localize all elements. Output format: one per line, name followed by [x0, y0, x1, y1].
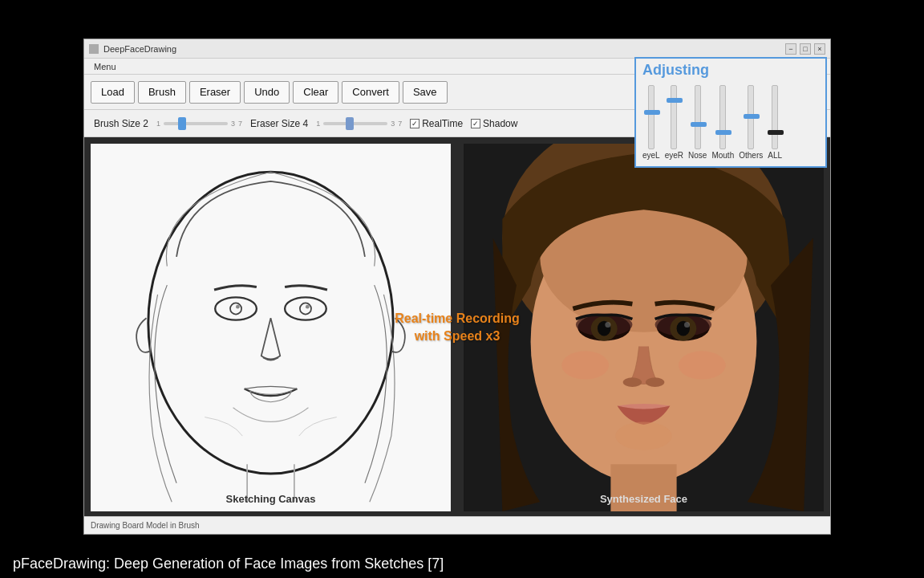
adj-label-mouth: Mouth [711, 151, 734, 160]
status-text: Drawing Board Model in Brush [91, 521, 200, 530]
load-button[interactable]: Load [91, 81, 135, 104]
eraser-button[interactable]: Eraser [189, 81, 241, 104]
synthesized-face-label: Synthesized Face [600, 493, 687, 505]
adj-track-mouth[interactable] [719, 85, 726, 149]
save-button[interactable]: Save [403, 81, 448, 104]
brush-slider-track[interactable] [164, 122, 228, 125]
menu-item-menu[interactable]: Menu [91, 62, 120, 71]
svg-rect-0 [91, 144, 449, 511]
adj-label-eyeL: eyeL [642, 151, 660, 160]
adj-slider-all: ALL [768, 85, 782, 160]
maximize-button[interactable]: □ [800, 43, 811, 55]
minimize-button[interactable]: − [785, 43, 796, 55]
brush-tick3: 7 [238, 120, 242, 128]
undo-button[interactable]: Undo [244, 81, 290, 104]
sketching-canvas[interactable]: Sketching Canvas [91, 144, 451, 511]
main-area: Sketching Canvas Real-time Recording wit… [84, 137, 830, 518]
realtime-checkbox[interactable]: ✓ [410, 119, 419, 128]
adj-thumb-eyeR[interactable] [667, 98, 683, 103]
clear-button[interactable]: Clear [293, 81, 338, 104]
close-button[interactable]: × [814, 43, 825, 55]
eraser-tick2: 3 [391, 120, 395, 128]
app-window: DeepFaceDrawing − □ × Menu Load Brush Er… [83, 39, 831, 535]
realtime-checkbox-container[interactable]: ✓ RealTime [410, 118, 463, 129]
adj-label-all: ALL [768, 151, 782, 160]
bottom-caption: pFaceDrawing: Deep Generation of Face Im… [0, 549, 924, 578]
adjusting-title: Adjusting [636, 59, 825, 82]
eraser-tick3: 7 [398, 120, 402, 128]
shadow-checkbox-container[interactable]: ✓ Shadow [471, 118, 517, 129]
svg-point-25 [561, 351, 609, 379]
svg-point-26 [679, 351, 726, 379]
shadow-label: Shadow [483, 118, 517, 129]
svg-point-22 [684, 322, 690, 328]
face-svg [464, 144, 824, 511]
eraser-size-slider[interactable]: 1 3 7 [316, 120, 402, 128]
svg-point-4 [236, 305, 240, 309]
title-bar: DeepFaceDrawing − □ × [84, 39, 830, 59]
sketch-svg [91, 144, 451, 511]
adj-track-all[interactable] [772, 85, 778, 149]
adj-slider-mouth: Mouth [711, 85, 734, 160]
synthesized-face-canvas[interactable]: Synthesized Face [464, 144, 824, 511]
adj-slider-eyeL: eyeL [642, 85, 660, 160]
adj-slider-eyeR: eyeR [665, 85, 683, 160]
eraser-slider-thumb[interactable] [346, 117, 354, 130]
adj-thumb-mouth[interactable] [715, 130, 732, 135]
svg-point-21 [605, 322, 610, 328]
brush-slider-thumb[interactable] [178, 117, 186, 130]
sketching-canvas-label: Sketching Canvas [226, 493, 316, 505]
convert-button[interactable]: Convert [342, 81, 399, 104]
adj-thumb-eyeL[interactable] [644, 110, 660, 115]
adj-thumb-all[interactable] [768, 130, 784, 135]
adj-label-nose: Nose [688, 151, 707, 160]
svg-point-23 [623, 377, 642, 387]
adj-track-nose[interactable] [695, 85, 701, 149]
status-bar: Drawing Board Model in Brush [84, 516, 830, 534]
adj-track-others[interactable] [748, 85, 754, 149]
caption-text: pFaceDrawing: Deep Generation of Face Im… [13, 556, 444, 572]
eraser-size-label: Eraser Size 4 [250, 118, 308, 129]
adj-track-eyeR[interactable] [671, 85, 677, 149]
adj-thumb-nose[interactable] [691, 122, 707, 127]
adj-track-eyeL[interactable] [648, 85, 654, 149]
svg-point-27 [615, 421, 671, 450]
adjusting-panel: Adjusting eyeL eyeR [634, 57, 827, 168]
brush-tick2: 3 [231, 120, 235, 128]
adjusting-sliders: eyeL eyeR Nose [636, 82, 825, 166]
realtime-label: RealTime [422, 118, 463, 129]
svg-point-24 [646, 377, 664, 387]
brush-tick1: 1 [156, 120, 160, 128]
eraser-slider-track[interactable] [323, 122, 387, 125]
title-bar-controls: − □ × [785, 43, 825, 55]
adj-label-eyeR: eyeR [665, 151, 683, 160]
adj-thumb-others[interactable] [744, 114, 760, 119]
eraser-tick1: 1 [316, 120, 320, 128]
brush-size-label: Brush Size 2 [94, 118, 148, 129]
adj-label-others: Others [739, 151, 763, 160]
title-bar-left: DeepFaceDrawing [89, 44, 176, 54]
title-bar-title: DeepFaceDrawing [103, 44, 176, 54]
brush-size-slider[interactable]: 1 3 7 [156, 120, 242, 128]
app-icon [89, 44, 99, 54]
outer-frame: DeepFaceDrawing − □ × Menu Load Brush Er… [0, 0, 924, 578]
adj-slider-nose: Nose [688, 85, 707, 160]
adj-slider-others: Others [739, 85, 763, 160]
brush-button[interactable]: Brush [138, 81, 186, 104]
shadow-checkbox[interactable]: ✓ [471, 119, 480, 128]
svg-point-7 [306, 305, 310, 309]
